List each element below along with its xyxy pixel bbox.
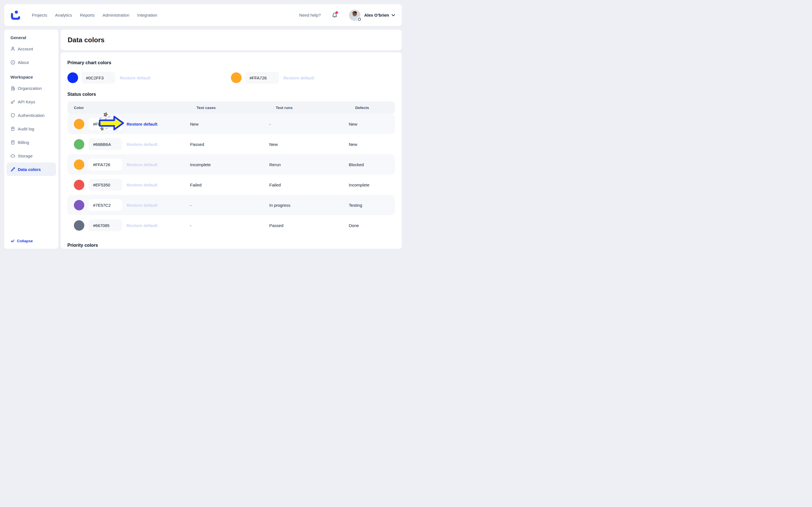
audit-log-icon [10,126,15,131]
defects-value: Testing [349,203,395,208]
hex-value-input[interactable]: #FFA726 [89,118,122,130]
sidebar-item-account[interactable]: Account [6,42,56,55]
column-header-test-cases: Test cases [190,106,269,110]
table-row: #66BB6A Restore default Passed New New [67,134,395,154]
hex-value-input[interactable]: #EF5350 [89,179,122,191]
primary-colors-heading: Primary chart colors [67,52,395,65]
sidebar-item-label: Storage [18,154,33,158]
user-name[interactable]: Alex O’brien [364,13,389,17]
notification-badge [336,11,338,14]
primary-color-item: #FFA726 Restore default [231,69,314,86]
page-title-card: Data colors [61,30,402,50]
data-colors-panel: Primary chart colors #0C2FF3 Restore def… [61,52,402,249]
sidebar-item-authentication[interactable]: Authentication [6,108,56,122]
sidebar-item-billing[interactable]: Billing [6,135,56,149]
cloud-icon [10,154,15,158]
table-header-row: Color Test cases Test runs Defects [67,101,395,114]
test-runs-value: Rerun [269,162,349,167]
color-swatch[interactable] [67,72,78,83]
test-runs-value: In progress [269,203,349,208]
color-swatch[interactable] [231,72,242,83]
restore-default-link[interactable]: Restore default [126,162,157,167]
hex-value-input[interactable]: #7E57C2 [89,199,122,211]
eyedropper-icon [10,167,15,172]
sidebar-item-label: Authentication [18,113,45,118]
defects-value: New [349,122,395,126]
priority-colors-heading: Priority colors [67,243,395,248]
test-cases-value: Incomplete [190,162,269,167]
notifications-bell-icon[interactable] [332,12,338,18]
primary-colors-row: #0C2FF3 Restore default #FFA726 Restore … [67,69,395,86]
sidebar-collapse-button[interactable]: Collapse [10,239,33,243]
color-swatch[interactable] [74,200,84,210]
avatar-badge-icon [357,17,362,22]
restore-default-link[interactable]: Restore default [126,142,157,147]
table-row: #7E57C2 Restore default - In progress Te… [67,195,395,215]
top-navbar: Projects Analytics Reports Administratio… [4,4,402,26]
table-row: #FFA726 Restore default Incomplete Rerun… [67,154,395,175]
nav-item-analytics[interactable]: Analytics [55,13,72,17]
hex-value-input[interactable]: #FFA726 [245,72,279,83]
column-header-color: Color [67,106,190,110]
restore-default-link[interactable]: Restore default [283,75,314,80]
restore-default-link[interactable]: Restore default [126,223,157,228]
need-help-link[interactable]: Need help? [299,13,321,17]
nav-item-administration[interactable]: Administration [103,13,130,17]
sidebar-item-label: Billing [18,140,29,145]
sidebar-item-api-keys[interactable]: API Keys [6,95,56,108]
defects-value: Done [349,223,395,228]
sidebar-item-label: Data colors [18,167,41,172]
sidebar-item-organization[interactable]: Organization [6,81,56,95]
sidebar-item-data-colors[interactable]: Data colors [6,163,56,176]
nav-item-integration[interactable]: Integration [137,13,157,17]
test-cases-value: Failed [190,182,269,187]
color-swatch[interactable] [74,180,84,190]
defects-value: Blocked [349,162,395,167]
nav-item-reports[interactable]: Reports [80,13,95,17]
restore-default-link[interactable]: Restore default [126,122,157,126]
primary-color-item: #0C2FF3 Restore default [67,69,151,86]
defects-value: New [349,142,395,147]
nav-item-projects[interactable]: Projects [32,13,47,17]
sidebar-item-label: Audit log [18,126,34,131]
test-runs-value: Failed [269,182,349,187]
color-swatch[interactable] [74,119,84,129]
sidebar-section-workspace: Workspace [4,74,58,80]
color-swatch[interactable] [74,220,84,231]
test-runs-value: - [269,122,349,126]
defects-value: Incomplete [349,182,395,187]
status-colors-heading: Status colors [67,92,395,97]
color-swatch[interactable] [74,159,84,170]
sidebar-item-about[interactable]: About [6,55,56,69]
table-row: #667085 Restore default - Passed Done [67,215,395,235]
sidebar-item-storage[interactable]: Storage [6,149,56,163]
test-runs-value: New [269,142,349,147]
user-icon [10,47,15,51]
sidebar-item-label: Organization [18,86,42,91]
test-cases-value: - [190,223,269,228]
page-title: Data colors [68,36,105,44]
test-cases-value: Passed [190,142,269,147]
restore-default-link[interactable]: Restore default [120,75,151,80]
sidebar-item-label: Account [18,47,33,51]
hex-value-input[interactable]: #66BB6A [89,138,122,150]
key-icon [10,100,15,104]
color-swatch[interactable] [74,139,84,150]
sidebar-item-label: About [18,60,29,65]
table-row: #EF5350 Restore default Failed Failed In… [67,175,395,195]
billing-icon [10,140,15,145]
column-header-defects: Defects [349,106,395,110]
hex-value-input[interactable]: #0C2FF3 [82,72,115,83]
test-runs-value: Passed [269,223,349,228]
hex-value-input[interactable]: #667085 [89,219,122,231]
info-icon [10,60,15,65]
restore-default-link[interactable]: Restore default [126,203,157,208]
chevron-down-icon[interactable] [392,14,395,16]
hex-value-input[interactable]: #FFA726 [89,159,122,170]
sidebar-item-audit-log[interactable]: Audit log [6,122,56,135]
table-row: #FFA726 Restore default New - New [67,114,395,134]
avatar[interactable] [349,10,360,21]
main-nav: Projects Analytics Reports Administratio… [32,13,157,17]
restore-default-link[interactable]: Restore default [126,182,157,187]
sidebar-section-general: General [4,35,58,40]
